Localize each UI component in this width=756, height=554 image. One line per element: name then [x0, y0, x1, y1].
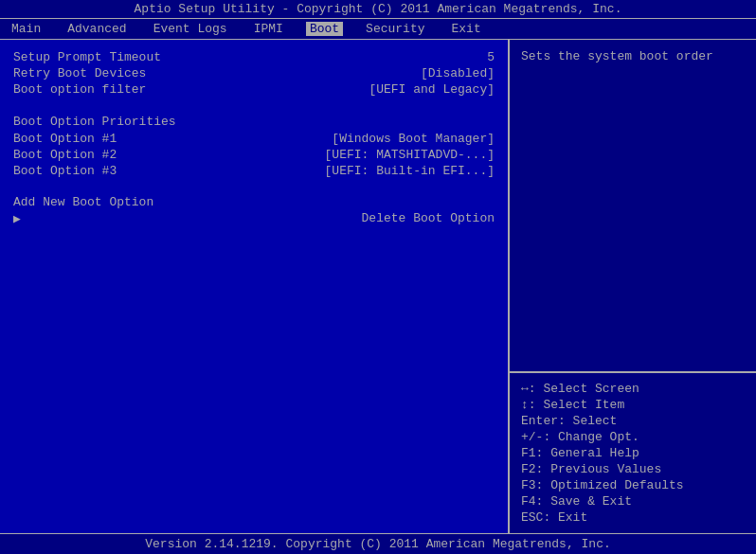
help-text-content: Sets the system boot order	[521, 49, 713, 63]
menu-item-value: [UEFI and Legacy]	[369, 82, 495, 97]
key-guide: ↔: Select Screen↕: Select ItemEnter: Sel…	[510, 373, 756, 533]
menu-item-label: Retry Boot Devices	[13, 66, 146, 80]
key-guide-line: F2: Previous Values	[521, 461, 745, 477]
menu-item[interactable]: Setup Prompt Timeout5	[13, 49, 495, 65]
nav-item-advanced[interactable]: Advanced	[63, 22, 130, 36]
left-panel: Setup Prompt Timeout5Retry Boot Devices[…	[0, 40, 510, 533]
spacer	[13, 187, 495, 194]
main-content: Setup Prompt Timeout5Retry Boot Devices[…	[0, 40, 756, 533]
menu-item-value: [UEFI: Built-in EFI...]	[325, 164, 495, 178]
menu-item-value: [UEFI: MATSHITADVD-...]	[325, 148, 495, 162]
menu-item[interactable]: Retry Boot Devices[Disabled]	[13, 65, 495, 81]
top-bar: Aptio Setup Utility - Copyright (C) 2011…	[0, 0, 756, 19]
nav-item-security[interactable]: Security	[362, 22, 428, 36]
menu-item[interactable]: Boot Option #1[Windows Boot Manager]	[13, 131, 495, 147]
bottom-bar: Version 2.14.1219. Copyright (C) 2011 Am…	[0, 533, 756, 554]
spacer	[13, 179, 495, 187]
key-guide-line: Enter: Select	[521, 413, 745, 429]
key-guide-line: ↕: Select Item	[521, 397, 745, 413]
key-guide-line: F4: Save & Exit	[521, 493, 745, 509]
right-panel: Sets the system boot order ↔: Select Scr…	[510, 40, 756, 533]
bottom-bar-text: Version 2.14.1219. Copyright (C) 2011 Am…	[145, 537, 610, 551]
menu-item-value: 5	[487, 50, 495, 64]
key-guide-line: ESC: Exit	[521, 509, 745, 526]
menu-item-value: [Windows Boot Manager]	[332, 132, 495, 146]
menu-item-label: Boot Option #1	[13, 132, 117, 146]
menu-item[interactable]: Delete Boot Option	[13, 210, 495, 227]
menu-item-label: Boot Option #2	[13, 148, 117, 162]
nav-bar: MainAdvancedEvent LogsIPMIBootSecurityEx…	[0, 19, 756, 40]
spacer	[13, 98, 495, 105]
menu-item[interactable]: Boot Option #3[UEFI: Built-in EFI...]	[13, 163, 495, 179]
key-guide-line: ↔: Select Screen	[521, 381, 745, 397]
help-text: Sets the system boot order	[510, 40, 756, 373]
nav-item-ipmi[interactable]: IPMI	[250, 22, 287, 36]
top-bar-text: Aptio Setup Utility - Copyright (C) 2011…	[135, 2, 622, 16]
menu-item-label: Boot Option #3	[13, 164, 117, 178]
nav-item-main[interactable]: Main	[8, 22, 45, 36]
menu-item-value: [Disabled]	[421, 66, 495, 80]
key-guide-line: F1: General Help	[521, 445, 745, 461]
menu-item-label: Boot option filter	[13, 82, 146, 97]
menu-item-label: Delete Boot Option	[362, 211, 495, 226]
menu-item[interactable]: Boot Option #2[UEFI: MATSHITADVD-...]	[13, 147, 495, 163]
menu-item-label: Add New Boot Option	[13, 195, 153, 209]
key-guide-line: F3: Optimized Defaults	[521, 477, 745, 493]
section-header: Boot Option Priorities	[13, 115, 495, 129]
menu-item[interactable]: Add New Boot Option	[13, 194, 495, 210]
nav-item-boot[interactable]: Boot	[306, 22, 343, 36]
menu-item[interactable]: Boot option filter[UEFI and Legacy]	[13, 81, 495, 98]
key-guide-line: +/-: Change Opt.	[521, 429, 745, 445]
menu-item-label: Setup Prompt Timeout	[13, 50, 161, 64]
nav-item-exit[interactable]: Exit	[448, 22, 485, 36]
nav-item-event-logs[interactable]: Event Logs	[150, 22, 231, 36]
